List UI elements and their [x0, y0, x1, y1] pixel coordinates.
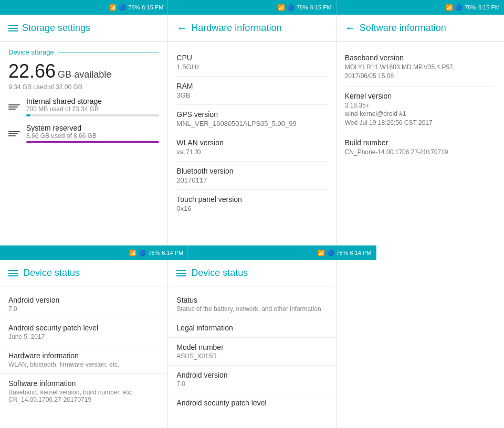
- ds-item-hardware-info[interactable]: Hardware information WLAN, bluetooth, fi…: [0, 346, 167, 374]
- status-section-1: 📶 🔵 78% 6:15 PM: [0, 0, 168, 15]
- device-status-panel-2: Device status Status Status of the batte…: [168, 260, 336, 428]
- bottom-status-2: 📶 🔵 78% 6:14 PM: [188, 245, 376, 260]
- ds-item-security-patch[interactable]: Android security patch level June 5, 201…: [0, 318, 167, 346]
- bottom-time-1: 6:14 PM: [162, 250, 183, 256]
- internal-storage-bar: [26, 114, 159, 116]
- storage-item-internal: Internal shared storage 700 MB used of 2…: [8, 97, 159, 116]
- storage-item-info-system: System reserved 8.66 GB used of 8.66 GB: [26, 124, 159, 143]
- wifi-icon: 📶: [109, 4, 117, 11]
- bottom-wifi-icon-2: 📶: [318, 250, 325, 256]
- bluetooth-icon: 🔵: [119, 4, 126, 11]
- software-back-arrow[interactable]: ←: [345, 22, 355, 34]
- hw-item-bluetooth: Bluetooth version 20170117: [176, 162, 327, 190]
- system-storage-name: System reserved: [26, 124, 159, 132]
- bottom-bt-icon-2: 🔵: [327, 250, 334, 256]
- hw-item-gps: GPS version MNL_VER_16080501ALPS05_5.00_…: [176, 105, 327, 133]
- hamburger-icon-ds1[interactable]: [8, 270, 18, 276]
- bluetooth-icon-2: 🔵: [287, 4, 295, 11]
- storage-item-system: System reserved 8.66 GB used of 8.66 GB: [8, 124, 159, 143]
- storage-item-icon-internal: [8, 104, 21, 110]
- system-storage-used: 8.66 GB used of 8.66 GB: [26, 132, 159, 140]
- sw-item-baseband: Baseband version MOLY.LR11.W1603.MD.MP.V…: [345, 48, 496, 87]
- software-panel: ← Software information Baseband version …: [337, 15, 504, 245]
- bottom-wifi-icon-1: 📶: [129, 250, 136, 256]
- storage-header: Storage settings: [0, 15, 167, 42]
- ds-item-legal[interactable]: Legal information: [168, 318, 335, 338]
- storage-size-unit: GB available: [58, 69, 111, 80]
- battery-text-1: 78%: [128, 4, 140, 10]
- device-status-panel-1: Device status Android version 7.0 Androi…: [0, 260, 168, 428]
- ds-header-2: Device status: [168, 260, 335, 286]
- ds-content-2: Status Status of the battery, network, a…: [168, 286, 335, 428]
- time-text-3: 6:15 PM: [478, 4, 500, 10]
- status-section-3: 📶 🔵 78% 6:15 PM: [337, 0, 504, 15]
- ds-item-android-version-2[interactable]: Android version 7.0: [168, 366, 335, 393]
- software-title: Software information: [360, 23, 446, 34]
- system-storage-bar: [26, 141, 159, 143]
- sw-item-kernel: Kernel version 3.18.35+wind-kernel@droid…: [345, 87, 496, 133]
- ds-item-software-info[interactable]: Software information Baseband, kernel ve…: [0, 374, 167, 409]
- bottom-status-1: 📶 🔵 78% 6:14 PM: [0, 245, 188, 260]
- storage-used-text: 9.34 GB used of 32.00 GB: [8, 83, 159, 91]
- ds-item-status[interactable]: Status Status of the battery, network, a…: [168, 291, 335, 318]
- bottom-status-bar: 📶 🔵 78% 6:14 PM 📶 🔵 78% 6:14 PM: [0, 245, 504, 260]
- hamburger-icon-ds2[interactable]: [176, 270, 186, 276]
- bottom-bt-icon-1: 🔵: [139, 250, 146, 256]
- hw-item-wlan: WLAN version va.71.f0: [176, 133, 327, 162]
- bottom-time-2: 6:14 PM: [350, 250, 372, 256]
- wifi-icon-3: 📶: [446, 4, 453, 11]
- ds-content-1: Android version 7.0 Android security pat…: [0, 286, 167, 428]
- storage-title: Storage settings: [22, 23, 90, 34]
- hardware-title: Hardware information: [191, 23, 281, 34]
- hardware-header: ← Hardware information: [168, 15, 335, 42]
- bottom-empty-panel: [337, 260, 504, 428]
- hamburger-icon[interactable]: [8, 25, 18, 31]
- bottom-status-3-empty: [376, 245, 505, 260]
- software-content: Baseband version MOLY.LR11.W1603.MD.MP.V…: [337, 42, 504, 245]
- hw-item-ram: RAM 3GB: [176, 77, 327, 105]
- hardware-content: CPU 1.5GHz RAM 3GB GPS version MNL_VER_1…: [168, 42, 335, 245]
- battery-text-2: 78%: [297, 4, 308, 10]
- wifi-icon-2: 📶: [278, 4, 285, 11]
- time-text-2: 6:15 PM: [310, 4, 332, 10]
- storage-item-info-internal: Internal shared storage 700 MB used of 2…: [26, 97, 159, 116]
- internal-storage-name: Internal shared storage: [26, 97, 159, 105]
- hw-item-cpu: CPU 1.5GHz: [176, 48, 327, 77]
- ds-title-2: Device status: [191, 268, 248, 279]
- system-storage-fill: [26, 141, 159, 143]
- hardware-back-arrow[interactable]: ←: [176, 22, 187, 34]
- battery-text-3: 78%: [465, 4, 476, 10]
- storage-size-number: 22.66: [8, 60, 56, 82]
- bottom-battery-2: 78%: [337, 250, 348, 256]
- status-section-2: 📶 🔵 78% 6:15 PM: [168, 0, 336, 15]
- main-layout: Storage settings Device storage 22.66 GB…: [0, 15, 504, 245]
- sw-item-build: Build number CN_Phone-14.00.1706.27-2017…: [345, 133, 496, 162]
- internal-storage-fill: [26, 114, 30, 116]
- storage-panel: Storage settings Device storage 22.66 GB…: [0, 15, 168, 245]
- internal-storage-used: 700 MB used of 23.34 GB: [26, 105, 159, 113]
- bluetooth-icon-3: 🔵: [455, 4, 463, 11]
- bottom-battery-1: 78%: [148, 250, 160, 256]
- device-storage-label: Device storage: [8, 48, 159, 56]
- hardware-panel: ← Hardware information CPU 1.5GHz RAM 3G…: [168, 15, 336, 245]
- hw-item-touch: Touch panel version 0x16: [176, 190, 327, 218]
- ds-item-android-security-2[interactable]: Android security patch level: [168, 393, 335, 412]
- software-header: ← Software information: [337, 15, 504, 42]
- time-text-1: 6:15 PM: [142, 4, 163, 10]
- top-status-bar: 📶 🔵 78% 6:15 PM 📶 🔵 78% 6:15 PM 📶 🔵 78% …: [0, 0, 504, 15]
- ds-title-1: Device status: [23, 268, 80, 279]
- ds-header-1: Device status: [0, 260, 167, 286]
- bottom-layout: Device status Android version 7.0 Androi…: [0, 260, 504, 428]
- storage-content: Device storage 22.66 GB available 9.34 G…: [0, 42, 167, 245]
- ds-item-model-number[interactable]: Model number ASUS_X015D: [168, 338, 335, 366]
- ds-item-android-version[interactable]: Android version 7.0: [0, 291, 167, 318]
- storage-item-icon-system: [8, 131, 21, 136]
